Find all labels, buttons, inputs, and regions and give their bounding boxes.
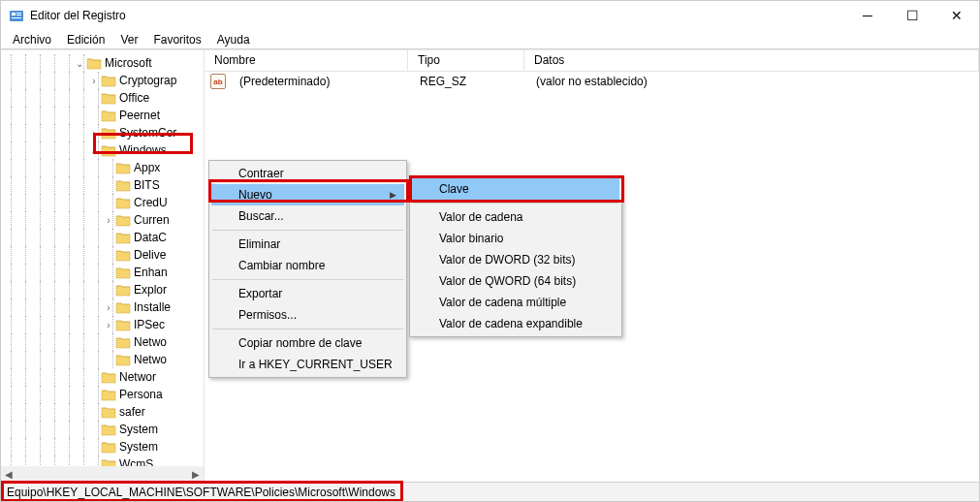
minimize-button[interactable]: ─ bbox=[845, 1, 890, 30]
tree-node[interactable]: Appx bbox=[1, 159, 204, 176]
tree-node[interactable]: BITS bbox=[1, 176, 204, 194]
sub-dword[interactable]: Valor de DWORD (32 bits) bbox=[412, 249, 619, 270]
tree-label: Persona bbox=[119, 388, 163, 401]
tree-label: Networ bbox=[119, 370, 156, 384]
svg-rect-2 bbox=[16, 13, 21, 14]
tree-node[interactable]: Peernet bbox=[1, 107, 204, 124]
tree-hscrollbar[interactable]: ◀ ▶ bbox=[1, 466, 204, 482]
col-name[interactable]: Nombre bbox=[205, 50, 408, 71]
tree-label: Office bbox=[119, 91, 149, 105]
tree-node[interactable]: ⌄Windows bbox=[1, 141, 204, 159]
ctx-separator bbox=[413, 203, 618, 204]
sub-multi[interactable]: Valor de cadena múltiple bbox=[412, 292, 619, 313]
ctx-export[interactable]: Exportar bbox=[211, 283, 404, 304]
app-icon bbox=[9, 8, 24, 23]
sub-qword[interactable]: Valor de QWORD (64 bits) bbox=[412, 270, 619, 292]
svg-rect-4 bbox=[12, 17, 21, 18]
menu-file[interactable]: Archivo bbox=[5, 31, 59, 48]
col-type[interactable]: Tipo bbox=[408, 50, 524, 71]
status-path: Equipo\HKEY_LOCAL_MACHINE\SOFTWARE\Polic… bbox=[7, 486, 395, 499]
ctx-separator bbox=[212, 230, 403, 231]
tree-label: Curren bbox=[134, 213, 170, 227]
svg-rect-3 bbox=[16, 15, 21, 16]
tree-node[interactable]: Enhan bbox=[1, 264, 204, 281]
tree-label: System bbox=[119, 423, 158, 436]
ctx-goto-hkcu[interactable]: Ir a HKEY_CURRENT_USER bbox=[211, 354, 404, 375]
value-type: REG_SZ bbox=[410, 75, 526, 88]
ctx-new[interactable]: Nuevo bbox=[211, 184, 404, 205]
ctx-permissions[interactable]: Permisos... bbox=[211, 304, 404, 326]
ctx-delete[interactable]: Eliminar bbox=[211, 234, 404, 255]
tree-label: safer bbox=[119, 405, 145, 419]
menubar: Archivo Edición Ver Favoritos Ayuda bbox=[1, 30, 979, 49]
tree-node[interactable]: Networ bbox=[1, 368, 204, 386]
tree-label: Windows bbox=[119, 143, 167, 157]
tree-node[interactable]: Explor bbox=[1, 281, 204, 298]
tree-label: Cryptograp bbox=[119, 74, 176, 87]
tree-label: CredU bbox=[134, 196, 168, 209]
statusbar: Equipo\HKEY_LOCAL_MACHINE\SOFTWARE\Polic… bbox=[1, 482, 979, 501]
context-submenu-new: Clave Valor de cadena Valor binario Valo… bbox=[409, 175, 622, 337]
close-button[interactable]: ✕ bbox=[934, 1, 979, 30]
ctx-rename[interactable]: Cambiar nombre bbox=[211, 255, 404, 276]
ctx-find[interactable]: Buscar... bbox=[211, 205, 404, 227]
tree-label: Appx bbox=[134, 161, 160, 174]
menu-favorites[interactable]: Favoritos bbox=[145, 31, 208, 48]
tree-label: Enhan bbox=[134, 266, 168, 279]
sub-binary[interactable]: Valor binario bbox=[412, 228, 619, 249]
menu-help[interactable]: Ayuda bbox=[209, 31, 258, 48]
ctx-separator bbox=[212, 329, 403, 329]
window-title: Editor del Registro bbox=[30, 9, 845, 22]
context-menu: Contraer Nuevo Buscar... Eliminar Cambia… bbox=[208, 160, 407, 378]
tree-node[interactable]: ›Curren bbox=[1, 211, 204, 229]
tree-node[interactable]: ›Cryptograp bbox=[1, 72, 204, 89]
svg-rect-0 bbox=[10, 11, 23, 21]
tree-node[interactable]: ›Installe bbox=[1, 298, 204, 316]
value-name: (Predeterminado) bbox=[230, 75, 410, 88]
scroll-left-icon[interactable]: ◀ bbox=[1, 466, 16, 482]
svg-rect-1 bbox=[12, 13, 16, 16]
maximize-button[interactable]: ☐ bbox=[890, 1, 934, 30]
tree-node[interactable]: Office bbox=[1, 89, 204, 107]
tree-label: Netwo bbox=[134, 335, 167, 349]
tree-label: Peernet bbox=[119, 109, 160, 122]
value-row[interactable]: ab (Predeterminado) REG_SZ (valor no est… bbox=[205, 72, 979, 91]
tree-node[interactable]: safer bbox=[1, 403, 204, 421]
tree-node[interactable]: System bbox=[1, 438, 204, 455]
tree-label: DataC bbox=[134, 231, 167, 244]
tree-label: Microsoft bbox=[105, 56, 152, 70]
tree-label: SystemCer bbox=[119, 126, 176, 140]
tree-node[interactable]: Persona bbox=[1, 386, 204, 403]
tree-label: Installe bbox=[134, 300, 171, 314]
menu-view[interactable]: Ver bbox=[112, 31, 145, 48]
sub-key[interactable]: Clave bbox=[412, 178, 619, 200]
tree-label: System bbox=[119, 440, 158, 454]
menu-edit[interactable]: Edición bbox=[59, 31, 112, 48]
tree-node[interactable]: Netwo bbox=[1, 351, 204, 368]
titlebar: Editor del Registro ─ ☐ ✕ bbox=[1, 1, 979, 30]
tree-label: Delive bbox=[134, 248, 166, 262]
tree-label: BITS bbox=[134, 178, 160, 192]
tree-node[interactable]: CredU bbox=[1, 194, 204, 211]
value-data: (valor no establecido) bbox=[526, 75, 979, 88]
tree-node[interactable]: ›SystemCer bbox=[1, 124, 204, 141]
tree-node[interactable]: Delive bbox=[1, 246, 204, 264]
tree-node[interactable]: Netwo bbox=[1, 333, 204, 351]
tree-label: IPSec bbox=[134, 318, 165, 331]
tree-node[interactable]: ›IPSec bbox=[1, 316, 204, 333]
sub-expand[interactable]: Valor de cadena expandible bbox=[412, 313, 619, 334]
string-value-icon: ab bbox=[210, 74, 226, 89]
sub-string[interactable]: Valor de cadena bbox=[412, 206, 619, 228]
ctx-collapse[interactable]: Contraer bbox=[211, 163, 404, 184]
scroll-right-icon[interactable]: ▶ bbox=[188, 466, 204, 482]
tree-node[interactable]: System bbox=[1, 421, 204, 438]
tree-node[interactable]: DataC bbox=[1, 229, 204, 246]
col-data[interactable]: Datos bbox=[524, 50, 979, 71]
tree-label: Explor bbox=[134, 283, 167, 297]
tree-panel[interactable]: ⌄Microsoft›CryptograpOfficePeernet›Syste… bbox=[1, 50, 205, 482]
tree-node[interactable]: ⌄Microsoft bbox=[1, 54, 204, 72]
tree-label: Netwo bbox=[134, 353, 167, 366]
ctx-copy-key[interactable]: Copiar nombre de clave bbox=[211, 332, 404, 354]
window-controls: ─ ☐ ✕ bbox=[845, 1, 979, 30]
scroll-track[interactable] bbox=[16, 466, 188, 482]
